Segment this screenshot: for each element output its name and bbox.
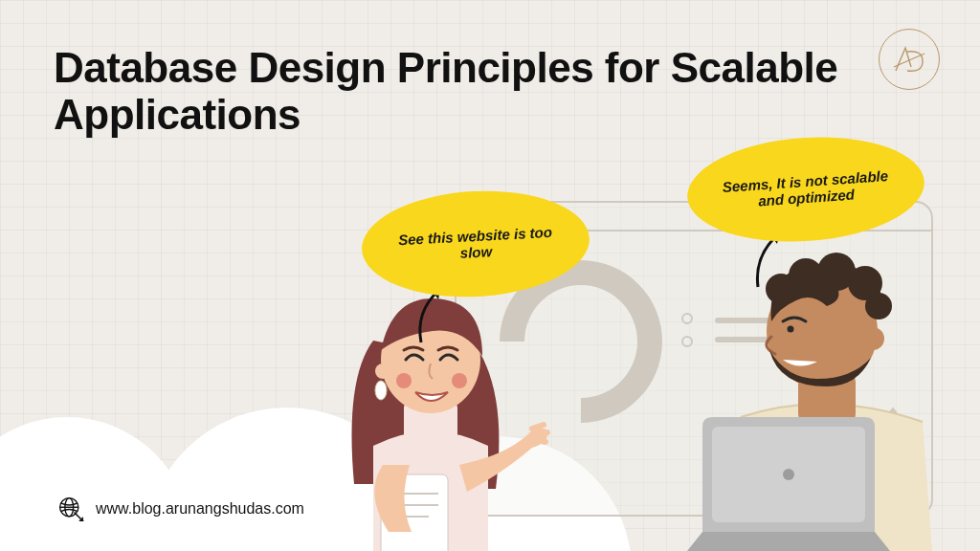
- globe-icon: [57, 496, 84, 522]
- svg-point-5: [396, 373, 412, 388]
- speech-text: See this website is too slow: [386, 223, 566, 265]
- footer-link[interactable]: www.blog.arunangshudas.com: [57, 496, 304, 522]
- svg-point-4: [375, 381, 387, 400]
- svg-point-16: [861, 327, 884, 350]
- page-title: Database Design Principles for Scalable …: [54, 44, 838, 139]
- footer-url-text: www.blog.arunangshudas.com: [96, 500, 304, 518]
- svg-point-21: [865, 293, 892, 320]
- svg-point-6: [452, 373, 467, 388]
- svg-point-25: [783, 469, 794, 480]
- logo-badge: [879, 29, 940, 90]
- logo-monogram-icon: [890, 40, 928, 78]
- svg-point-3: [375, 364, 390, 379]
- speech-text: Seems, It is not scalable and optimized: [711, 166, 901, 212]
- svg-line-0: [894, 54, 924, 67]
- laptop-icon: [683, 417, 894, 551]
- svg-point-22: [788, 326, 794, 333]
